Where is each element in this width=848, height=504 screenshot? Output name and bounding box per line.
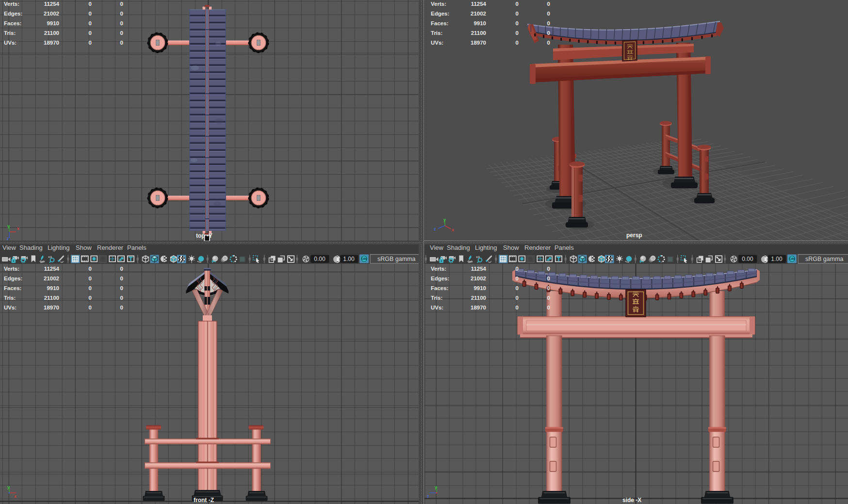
svg-text:y: y — [7, 485, 10, 489]
svg-text:1.00: 1.00 — [343, 256, 355, 262]
svg-text:z: z — [427, 494, 429, 499]
svg-text:sRGB gamma: sRGB gamma — [805, 256, 844, 262]
svg-text:x: x — [17, 226, 19, 231]
svg-text:sRGB gamma: sRGB gamma — [377, 256, 416, 262]
svg-text:z: z — [7, 236, 9, 241]
svg-text:z: z — [434, 227, 436, 231]
svg-text:x: x — [452, 228, 454, 232]
svg-text:0.00: 0.00 — [742, 256, 753, 262]
svg-text:1.00: 1.00 — [771, 256, 783, 262]
svg-text:y: y — [7, 224, 10, 228]
svg-text:x: x — [14, 494, 16, 499]
svg-text:y: y — [443, 217, 446, 222]
svg-text:y: y — [435, 485, 437, 489]
svg-text:0.00: 0.00 — [314, 256, 326, 262]
